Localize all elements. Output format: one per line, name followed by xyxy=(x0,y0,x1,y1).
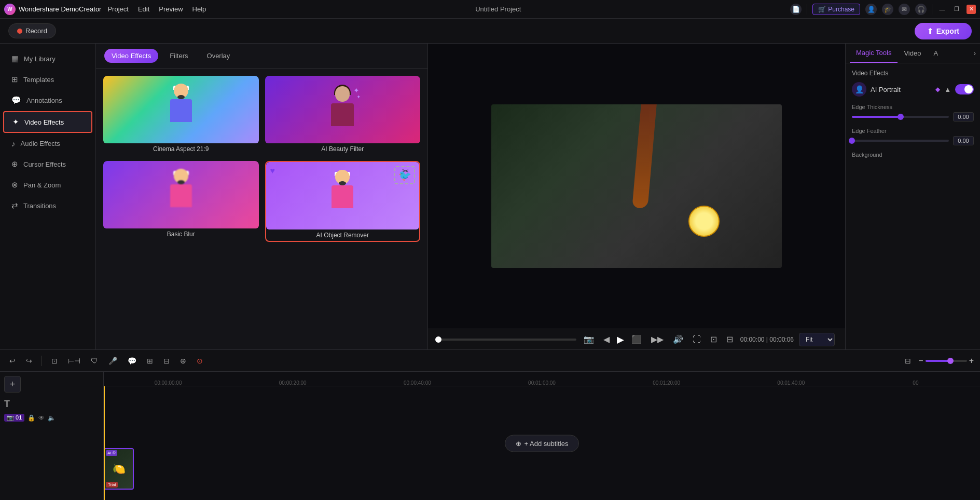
export-button[interactable]: ⬆ Export xyxy=(915,23,972,39)
group-tool[interactable]: ⊕ xyxy=(177,355,189,367)
document-icon[interactable]: 📄 xyxy=(790,4,802,15)
next-frame-btn[interactable]: ▶▶ xyxy=(649,332,666,346)
cursor-effects-icon: ⊕ xyxy=(11,159,18,169)
redo-button[interactable]: ↪ xyxy=(23,355,35,367)
play-button[interactable]: ▶ xyxy=(617,334,624,345)
sidebar-item-annotations[interactable]: 💬 Annotations xyxy=(3,90,92,110)
ai-tool[interactable]: ⊙ xyxy=(194,355,206,367)
progress-bar[interactable] xyxy=(438,339,576,341)
volume-icon[interactable]: 🔊 xyxy=(671,332,685,346)
menu-edit[interactable]: Edit xyxy=(138,5,149,13)
chevron-right-icon[interactable]: › xyxy=(974,49,976,57)
ai-beauty-thumbnail: ✦ ✦ xyxy=(265,76,421,143)
zoom-fill xyxy=(926,360,950,362)
menu-help[interactable]: Help xyxy=(192,5,206,13)
liquid-stream xyxy=(632,104,656,208)
export-icon: ⬆ xyxy=(927,27,933,35)
edge-thickness-fill xyxy=(852,116,901,118)
maximize-button[interactable]: ❐ xyxy=(952,5,961,14)
edge-feather-value[interactable]: 0.00 xyxy=(953,136,974,145)
crop-tool[interactable]: ⊡ xyxy=(48,355,61,367)
zoom-slider[interactable] xyxy=(926,360,967,362)
layer-tool[interactable]: ⊟ xyxy=(160,355,173,367)
mute-icon[interactable]: 🔈 xyxy=(48,414,56,422)
record-button[interactable]: Record xyxy=(8,23,56,38)
prev-frame-btn[interactable]: ◀ xyxy=(601,332,612,346)
edge-feather-bar[interactable] xyxy=(852,140,949,142)
tab-overlay[interactable]: Overlay xyxy=(200,49,238,63)
fullscreen-btn[interactable]: ⛶ xyxy=(691,333,703,346)
comment-tool[interactable]: 💬 xyxy=(125,355,140,367)
tab-video-effects[interactable]: Video Effects xyxy=(104,49,158,63)
edge-thickness-label: Edge Thickness xyxy=(852,104,974,110)
zoom-out-btn[interactable]: − xyxy=(918,356,923,366)
right-section-title: Video Effects xyxy=(852,70,974,77)
add-track-button[interactable]: + xyxy=(4,376,21,393)
effect-card-ai-object-remover[interactable]: ♥ ✂ 🐦 AI Object Remover xyxy=(265,161,421,242)
cinema-aspect-thumbnail xyxy=(103,76,259,143)
edge-thickness-row: Edge Thickness 0.00 xyxy=(852,104,974,121)
mic-tool[interactable]: 🎤 xyxy=(105,355,120,367)
lemon-object xyxy=(688,206,720,237)
app-logo: W Wondershare DemoCreator xyxy=(4,4,101,15)
tab-magic-tools[interactable]: Magic Tools xyxy=(850,44,898,63)
stop-btn[interactable]: ⬛ xyxy=(629,332,644,346)
text-tool[interactable]: ⊞ xyxy=(144,355,156,367)
tab-audio[interactable]: A xyxy=(927,44,944,62)
ruler-mark-3: 00:01:00:00 xyxy=(479,380,604,386)
sidebar-item-audio-effects[interactable]: ♪ Audio Effects xyxy=(3,134,92,153)
crop-btn[interactable]: ⊡ xyxy=(708,332,719,346)
visibility-icon[interactable]: 👁 xyxy=(38,414,45,422)
add-subtitles-button[interactable]: ⊕ + Add subtitles xyxy=(505,435,579,452)
effect-card-cinema-aspect[interactable]: Cinema Aspect 21:9 xyxy=(103,76,259,155)
undo-button[interactable]: ↩ xyxy=(6,355,19,367)
collapse-arrow-icon[interactable]: ▲ xyxy=(944,86,951,93)
sidebar-item-transitions[interactable]: ⇄ Transitions xyxy=(3,196,92,215)
graduate-icon[interactable]: 🎓 xyxy=(882,4,893,15)
sidebar-item-templates[interactable]: ⊞ Templates xyxy=(3,70,92,89)
bird-icon: 🐦 xyxy=(398,169,411,182)
edge-thickness-bar[interactable] xyxy=(852,116,949,118)
ai-object-remover-thumbnail: ♥ ✂ 🐦 xyxy=(266,162,420,229)
edge-thickness-track: 0.00 xyxy=(852,112,974,121)
sidebar-item-my-library[interactable]: ▦ My Library xyxy=(3,49,92,69)
tab-filters[interactable]: Filters xyxy=(162,49,195,63)
sidebar-item-cursor-effects[interactable]: ⊕ Cursor Effects xyxy=(3,154,92,174)
timeline-area: ↩ ↪ ⊡ ⊢⊣ 🛡 🎤 💬 ⊞ ⊟ ⊕ ⊙ ⊟ − + + xyxy=(0,349,980,500)
menu-preview[interactable]: Preview xyxy=(159,5,183,13)
headset-icon[interactable]: 🎧 xyxy=(915,4,927,15)
edge-thickness-value[interactable]: 0.00 xyxy=(953,112,974,121)
ai-portrait-toggle[interactable] xyxy=(955,84,974,94)
tab-video[interactable]: Video xyxy=(898,44,927,62)
aspect-btn[interactable]: ⊟ xyxy=(724,332,735,346)
video-clip[interactable]: AI © 🍋 Trial xyxy=(104,448,134,490)
minimize-button[interactable]: — xyxy=(937,5,947,14)
sidebar: ▦ My Library ⊞ Templates 💬 Annotations ✦… xyxy=(0,44,96,349)
effect-card-ai-beauty[interactable]: ✦ ✦ AI Beauty Filter xyxy=(265,76,421,155)
effect-card-basic-blur[interactable]: Basic Blur xyxy=(103,161,259,242)
sidebar-item-video-effects[interactable]: ✦ Video Effects xyxy=(3,111,92,133)
account-icon[interactable]: 👤 xyxy=(865,4,877,15)
sidebar-label-annotations: Annotations xyxy=(26,97,62,104)
menu-project[interactable]: Project xyxy=(107,5,128,13)
zoom-in-btn[interactable]: + xyxy=(969,356,974,366)
split-tool[interactable]: ⊢⊣ xyxy=(65,355,84,367)
fit-timeline-btn[interactable]: ⊟ xyxy=(902,355,914,367)
close-button[interactable]: ✕ xyxy=(967,5,976,14)
screenshot-btn[interactable]: 📷 xyxy=(582,332,596,346)
shield-tool[interactable]: 🛡 xyxy=(88,355,101,367)
ruler-mark-2: 00:00:40:00 xyxy=(355,380,479,386)
lock-icon[interactable]: 🔒 xyxy=(27,414,35,422)
timeline-left-panel: + T 📷 01 🔒 👁 🔈 xyxy=(0,372,104,500)
mail-icon[interactable]: ✉ xyxy=(899,4,910,15)
ai-beauty-label: AI Beauty Filter xyxy=(265,145,421,155)
ruler-mark-0: 00:00:00:00 xyxy=(106,380,230,386)
sidebar-item-pan-zoom[interactable]: ⊗ Pan & Zoom xyxy=(3,175,92,195)
sidebar-label-cursor-effects: Cursor Effects xyxy=(23,160,66,168)
diamond-icon: ◆ xyxy=(935,86,940,93)
fit-dropdown[interactable]: Fit 25% 50% 75% 100% xyxy=(799,333,835,346)
body xyxy=(170,184,192,207)
purchase-button[interactable]: 🛒 Purchase xyxy=(812,4,860,15)
toggle-knob xyxy=(964,85,973,93)
clip-trial-badge: Trial xyxy=(106,482,118,488)
